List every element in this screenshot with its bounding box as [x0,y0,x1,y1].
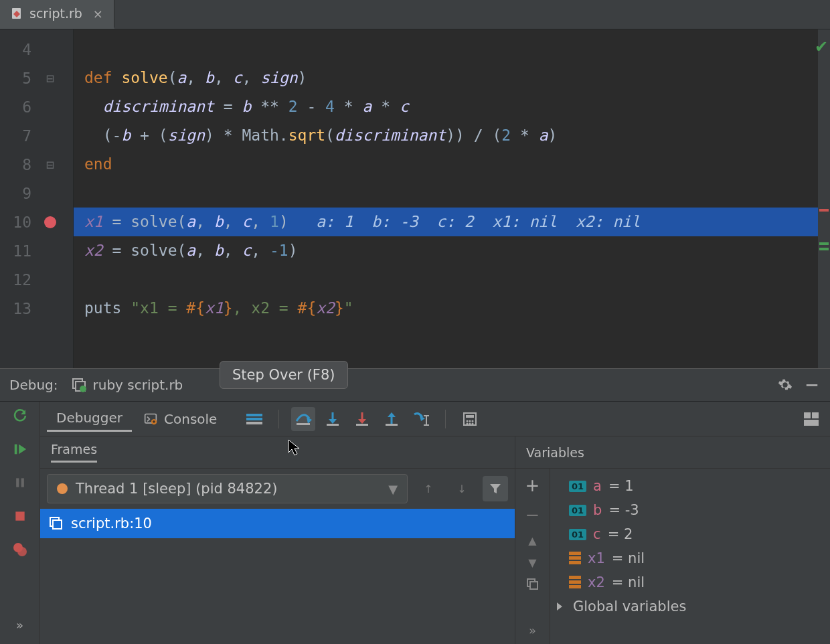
line-number: 13 [6,300,31,317]
code-area[interactable]: def solve(a, b, c, sign) discriminant = … [74,29,830,368]
step-into-button[interactable] [321,407,345,431]
svg-marker-27 [388,412,396,417]
svg-point-35 [467,420,469,422]
debug-session-tab[interactable]: ruby script.rb [72,377,183,393]
int-type-icon: 01 [569,481,586,492]
svg-rect-15 [246,414,262,416]
rerun-button[interactable] [10,406,30,426]
line-number: 8 [6,156,31,173]
svg-rect-9 [21,478,23,487]
nil-type-icon [569,552,581,566]
thread-status-icon [57,483,68,494]
more-icon[interactable]: » [10,615,30,635]
editor-tab-script[interactable]: script.rb × [0,0,114,29]
svg-rect-5 [807,384,818,386]
svg-point-38 [467,422,469,424]
frames-header: Frames [51,442,97,463]
change-marker[interactable] [819,242,829,245]
global-variables-node[interactable]: Global variables [557,594,823,619]
run-to-cursor-button[interactable] [409,407,433,431]
line-number: 5 [6,70,31,87]
line-number: 9 [6,185,31,202]
line-number: 4 [6,41,31,58]
svg-rect-8 [16,478,19,487]
svg-rect-16 [246,418,262,420]
debug-toolwindow: » Debugger Console [0,402,830,644]
frames-panel: Frames Thread 1 [sleep] (pid 84822) ▼ ↑ … [40,436,515,644]
inline-variable-hints: a: 1 b: -3 c: 2 x1: nil x2: nil [288,213,641,230]
line-number: 7 [6,127,31,145]
execution-line: x1 = solve(a, b, c, 1) a: 1 b: -3 c: 2 x… [74,208,830,236]
svg-rect-41 [804,412,811,418]
editor-tab-label: script.rb [29,6,82,21]
breakpoint-icon[interactable] [44,216,56,228]
tab-console[interactable]: Console [135,407,226,431]
thread-selector[interactable]: Thread 1 [sleep] (pid 84822) ▼ [47,474,408,503]
variable-row: 01 c = 2 [557,522,823,546]
tooltip: Step Over (F8) [220,361,348,389]
fold-open-icon[interactable]: ⊟ [46,70,54,86]
close-icon[interactable]: × [89,7,103,21]
stop-button[interactable] [10,506,30,526]
svg-point-36 [469,420,471,422]
svg-rect-43 [804,420,819,426]
svg-rect-42 [812,412,819,418]
svg-rect-19 [297,423,310,425]
int-type-icon: 01 [569,505,586,516]
editor-scrollbar[interactable]: ✔ [818,29,830,368]
svg-marker-44 [490,484,501,493]
frame-icon [50,517,63,530]
duplicate-watch-button[interactable] [527,578,539,590]
line-number: 12 [6,271,31,289]
variable-row: x2 = nil [557,570,823,594]
stack-frame[interactable]: script.rb:10 [40,509,515,538]
svg-point-37 [472,420,474,422]
variables-header: Variables [526,445,584,460]
view-breakpoints-button[interactable] [10,540,30,560]
variables-toolbar: + − ▲ ▼ » [515,469,550,644]
breakpoint-marker[interactable] [819,209,829,212]
gear-icon[interactable] [776,376,794,394]
variables-list[interactable]: 01 a = 1 01 b = -3 01 c = 2 x1 = nil x2 … [550,469,830,644]
variable-row: 01 a = 1 [557,474,823,498]
evaluate-expression-button[interactable] [458,407,482,431]
nil-type-icon [569,576,581,590]
show-execution-point-button[interactable] [242,407,266,431]
editor-gutter: 4 5⊟ 6 7 8⊟ 9 10 11 12 13 [0,29,74,368]
move-down-button[interactable]: ▼ [528,556,536,569]
resume-button[interactable] [10,439,30,459]
pause-button[interactable] [10,473,30,493]
layout-settings-button[interactable] [799,407,823,431]
fold-close-icon[interactable]: ⊟ [46,157,54,173]
move-up-button[interactable]: ▲ [528,534,536,547]
step-out-button[interactable] [380,407,404,431]
change-marker[interactable] [819,248,829,250]
variable-row: x1 = nil [557,546,823,570]
svg-rect-46 [53,520,62,529]
debug-toolwindow-header: Debug: ruby script.rb Step Over (F8) [0,368,830,402]
prev-frame-button[interactable]: ↑ [416,476,441,501]
code-editor[interactable]: 4 5⊟ 6 7 8⊟ 9 10 11 12 13 def solve(a, b… [0,29,830,368]
console-icon [144,412,157,426]
remove-watch-button[interactable]: − [525,505,540,525]
svg-point-4 [80,386,86,392]
debug-side-toolbar: » [0,402,40,644]
svg-rect-34 [466,415,474,418]
svg-marker-21 [329,419,337,424]
tab-debugger[interactable]: Debugger [47,406,132,432]
add-watch-button[interactable]: + [525,475,540,495]
inspection-ok-icon[interactable]: ✔ [815,37,828,56]
step-over-button[interactable] [291,407,315,431]
force-step-into-button[interactable] [350,407,374,431]
svg-point-12 [17,547,27,556]
svg-marker-7 [19,445,26,455]
more-icon[interactable]: » [529,623,536,637]
svg-rect-10 [15,511,24,520]
next-frame-button[interactable]: ↓ [449,476,475,501]
minimize-icon[interactable] [803,376,821,394]
ruby-file-icon [11,7,23,19]
filter-button[interactable] [483,476,508,501]
svg-rect-22 [327,424,339,426]
run-config-icon [72,378,86,392]
line-number: 10 [6,214,31,231]
